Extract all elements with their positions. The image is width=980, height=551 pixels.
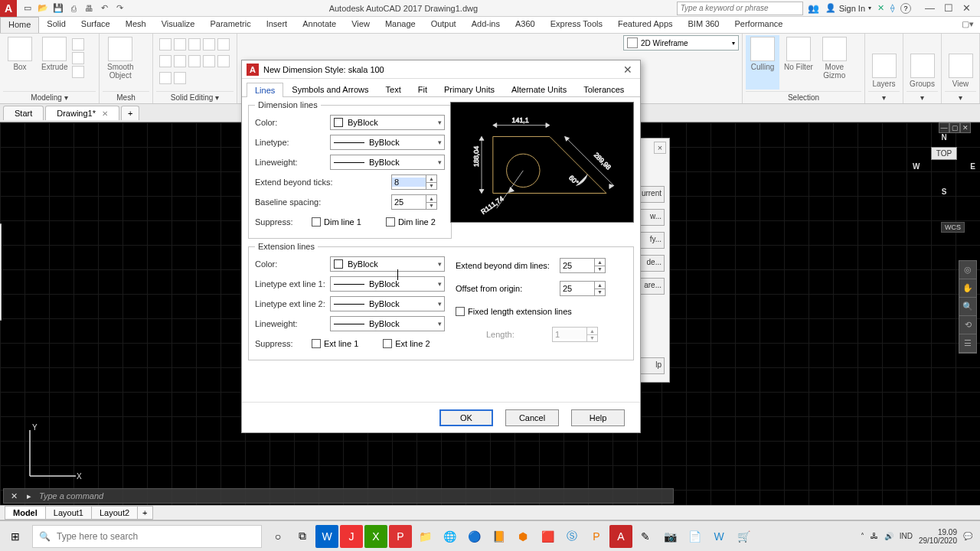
dimline2-checkbox[interactable]: Dim line 2 — [386, 217, 436, 227]
cancel-button[interactable]: Cancel — [505, 409, 559, 426]
tool-icon[interactable] — [159, 55, 172, 67]
cmd-close-icon[interactable]: ✕ — [8, 491, 19, 501]
nav-pan-icon[interactable]: ✋ — [959, 279, 976, 298]
saveas-icon[interactable]: ⎙ — [67, 2, 80, 15]
open-icon[interactable]: 📂 — [37, 2, 49, 15]
doctab-start[interactable]: Start — [3, 106, 44, 120]
nav-show-icon[interactable]: ☰ — [959, 334, 976, 353]
baseline-spinner[interactable]: ▲▼ — [391, 194, 437, 210]
color-select[interactable]: ByBlock — [330, 115, 445, 130]
spin-down-icon[interactable]: ▼ — [595, 289, 605, 296]
view-button[interactable]: View — [945, 52, 976, 90]
maximize-button[interactable]: ☐ — [944, 2, 953, 14]
ribbon-tab-performance[interactable]: Performance — [727, 17, 790, 33]
spin-down-icon[interactable]: ▼ — [426, 183, 436, 190]
ribbon-tab-express[interactable]: Express Tools — [543, 17, 610, 33]
extend-input[interactable] — [392, 178, 426, 187]
spin-up-icon[interactable]: ▲ — [595, 282, 605, 289]
taskview-icon[interactable]: ⧉ — [291, 525, 314, 548]
viewcube-top[interactable]: TOP — [931, 147, 957, 160]
linetype-select[interactable]: ByBlock — [330, 135, 445, 150]
tray-notif-icon[interactable]: 💬 — [963, 532, 972, 540]
viewcube-n[interactable]: N — [941, 133, 946, 142]
tool-icon[interactable] — [217, 38, 230, 51]
app-icon[interactable]: W — [315, 525, 338, 548]
extline1-checkbox[interactable]: Ext line 1 — [312, 339, 358, 348]
ribbon-tab-mesh[interactable]: Mesh — [118, 17, 154, 33]
start-button[interactable]: ⊞ — [0, 521, 31, 552]
ribbon-tab-home[interactable]: Home — [0, 17, 39, 33]
gizmo-button[interactable]: Move Gizmo — [818, 35, 851, 90]
ribbon-tab-addins[interactable]: Add-ins — [464, 17, 508, 33]
panel-close-icon[interactable]: ✕ — [960, 122, 971, 133]
app-icon[interactable]: J — [340, 525, 363, 548]
close-icon[interactable]: ✕ — [102, 109, 108, 118]
close-icon[interactable]: × — [654, 142, 666, 154]
layout-2[interactable]: Layout2 — [91, 506, 138, 520]
offset-input[interactable] — [560, 284, 594, 293]
dimline1-checkbox[interactable]: Dim line 1 — [312, 217, 361, 227]
box-button[interactable]: Box — [3, 35, 37, 90]
layout-model[interactable]: Model — [5, 506, 46, 520]
set-current-button[interactable]: urrent — [639, 186, 665, 203]
smooth-button[interactable]: Smooth Object — [103, 35, 138, 90]
extbeyond-spinner[interactable]: ▲▼ — [560, 258, 606, 273]
tab-tolerances[interactable]: Tolerances — [575, 82, 632, 96]
panel-label[interactable]: Selection — [746, 91, 861, 102]
tool-icon[interactable] — [188, 38, 201, 51]
panel-label[interactable]: Modeling ▾ — [3, 91, 96, 102]
ribbon-collapse-icon[interactable]: ▢▾ — [956, 17, 980, 33]
spin-down-icon[interactable]: ▼ — [595, 266, 605, 273]
viewcube-e[interactable]: E — [970, 162, 975, 171]
tool-icon[interactable] — [159, 72, 172, 84]
tool-icon[interactable] — [159, 38, 172, 51]
offset-spinner[interactable]: ▲▼ — [560, 281, 606, 296]
panel-label[interactable]: Mesh — [103, 91, 149, 102]
a360-icon[interactable]: ⟠ — [890, 3, 894, 13]
tool-icon[interactable] — [174, 72, 186, 84]
spin-up-icon[interactable]: ▲ — [595, 259, 605, 266]
viewcube-w[interactable]: W — [913, 162, 920, 171]
tool-icon[interactable] — [203, 55, 215, 67]
tray-clock[interactable]: 19.0929/10/2020 — [919, 528, 957, 545]
tool-icon[interactable] — [72, 38, 84, 51]
dialog-title-bar[interactable]: A New Dimension Style: skala 100 ✕ — [242, 60, 640, 79]
ribbon-tab-insert[interactable]: Insert — [259, 17, 296, 33]
ribbon-tab-view[interactable]: View — [344, 17, 377, 33]
extend-spinner[interactable]: ▲▼ — [391, 174, 437, 190]
app-icon[interactable]: 🟥 — [536, 525, 559, 548]
ribbon-tab-output[interactable]: Output — [423, 17, 464, 33]
modify-button[interactable]: fy... — [639, 232, 665, 249]
render-presets-tab[interactable]: Render Presets Manager — [0, 224, 2, 321]
chrome-icon[interactable]: 🔵 — [462, 525, 485, 548]
ribbon-tab-manage[interactable]: Manage — [377, 17, 423, 33]
ribbon-tab-featured[interactable]: Featured Apps — [610, 17, 681, 33]
undo-icon[interactable]: ↶ — [98, 2, 110, 15]
app-icon[interactable]: P — [585, 525, 608, 548]
ext-lt2-select[interactable]: ByBlock — [330, 296, 445, 311]
app-logo[interactable]: A — [0, 0, 17, 17]
infocenter-icon[interactable]: 👥 — [808, 3, 819, 14]
app-icon[interactable]: ✎ — [634, 525, 657, 548]
app-icon[interactable]: 📄 — [683, 525, 706, 548]
spin-down-icon[interactable]: ▼ — [426, 203, 436, 210]
new-icon[interactable]: ▭ — [21, 2, 34, 15]
sign-in-button[interactable]: 👤Sign In▾ — [825, 3, 871, 13]
doctab-new[interactable]: + — [121, 106, 139, 120]
doctab-drawing1[interactable]: Drawing1*✕ — [45, 106, 119, 120]
ribbon-tab-bim360[interactable]: BIM 360 — [681, 17, 727, 33]
minimize-button[interactable]: — — [925, 2, 935, 14]
tool-icon[interactable] — [174, 38, 186, 51]
tab-lines[interactable]: Lines — [247, 83, 283, 97]
viewcube-s[interactable]: S — [942, 187, 947, 196]
tab-text[interactable]: Text — [377, 82, 410, 96]
extbeyond-input[interactable] — [560, 261, 594, 270]
tray-up-icon[interactable]: ˄ — [861, 532, 864, 540]
tool-icon[interactable] — [217, 55, 230, 67]
tab-alternate[interactable]: Alternate Units — [503, 82, 575, 96]
nav-wheel-icon[interactable]: ◎ — [959, 261, 976, 279]
ribbon-tab-a360[interactable]: A360 — [508, 17, 543, 33]
windows-search[interactable]: 🔍Type here to search — [32, 525, 262, 548]
app-icon[interactable]: P — [389, 525, 412, 548]
app-icon[interactable]: Ⓢ — [560, 525, 583, 548]
